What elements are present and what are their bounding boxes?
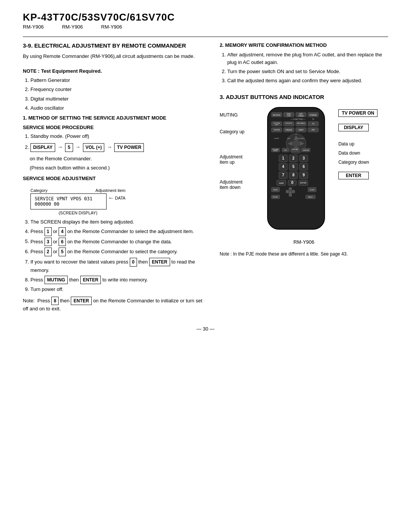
btn-8[interactable]: 8 xyxy=(51,297,59,305)
svg-text:1: 1 xyxy=(282,156,284,160)
procedure-step-1: Standby mode. (Power off) xyxy=(30,133,208,140)
btn-5[interactable]: 5 xyxy=(59,248,66,256)
section3-title: 3. ADJUST BUTTONS AND INDICATOR xyxy=(220,94,388,100)
section2-step-2: Turn the power switch ON and set to Serv… xyxy=(227,68,388,75)
screen-line1: SERVICE VPNT VPOS 031 xyxy=(35,196,101,201)
svg-text:SAT/CABLE: SAT/CABLE xyxy=(297,122,305,124)
label-adj-item-down: Adjustment item down xyxy=(220,179,254,190)
adjustment-steps: The SCREEN displays the item being adjus… xyxy=(23,218,208,294)
procedure-note1: on the Remote Commander. xyxy=(30,155,208,163)
btn-4[interactable]: 4 xyxy=(59,227,66,236)
svg-text:3: 3 xyxy=(303,156,305,160)
svg-text:5: 5 xyxy=(292,165,295,169)
remote-control-image: MUTING DVD/ VTR SAT/ CABLE POWER TV — FU… xyxy=(256,105,336,236)
note-8-enter: Note: Press 8 then ENTER on the Remote C… xyxy=(23,297,208,313)
svg-text:+: + xyxy=(290,191,291,193)
enter-btn-2[interactable]: ENTER xyxy=(80,276,101,284)
page-number: — 30 — xyxy=(23,326,388,332)
note-item-4: Audio oscillator xyxy=(30,104,208,112)
service-mode-title: SERVICE MODE PROCEDURE xyxy=(23,125,208,130)
svg-text:MENU: MENU xyxy=(308,196,313,198)
svg-text:4: 4 xyxy=(282,165,284,169)
model-2: RM-Y906 xyxy=(62,24,83,30)
note-items: Pattern Generator Frequency counter Digi… xyxy=(23,77,208,112)
svg-text:SLEEP: SLEEP xyxy=(274,137,279,139)
service-procedure-list: Standby mode. (Power off) DISPLAY → 5 → … xyxy=(23,133,208,152)
svg-text:VOL: VOL xyxy=(284,149,287,151)
section3-note: Note : In the PJE mode these are differe… xyxy=(220,251,388,258)
note-item-1: Pattern Generator xyxy=(30,77,208,84)
svg-point-35 xyxy=(292,140,300,147)
svg-text:TV: TV xyxy=(312,118,315,120)
procedure-note2: (Press each button within a second.) xyxy=(30,164,208,172)
remote-right-labels: TV POWER ON DISPLAY Data up Data down Ca… xyxy=(338,105,378,179)
label-data-down: Data down xyxy=(338,150,378,156)
adj-step-9: Turn power off. xyxy=(30,286,208,293)
label-data-up: Data up xyxy=(338,141,378,147)
svg-text:ANT: ANT xyxy=(287,137,291,139)
section-39-intro: By using Remote Commander (RM-Y906),all … xyxy=(23,53,208,60)
left-column: 3-9. ELECTRICAL ADJUSTMENT BY REMOTE COM… xyxy=(23,42,208,315)
note-item-2: Frequency counter xyxy=(30,86,208,93)
five-button[interactable]: 5 xyxy=(65,143,73,152)
screen-display-diagram: Category Adjustment item SERVICE VPNT VP… xyxy=(30,188,126,215)
header: KP-43T70C/53SV70C/61SV70C RM-Y906 RM-Y90… xyxy=(23,11,388,30)
svg-text:7: 7 xyxy=(282,173,284,177)
note-title: NOTE : Test Equipment Required. xyxy=(23,67,208,75)
btn-3[interactable]: 3 xyxy=(45,238,52,246)
adj-step-8: Press MUTING then ENTER to write into me… xyxy=(30,276,208,284)
arrow-2: → xyxy=(75,143,81,152)
page-title: KP-43T70C/53SV70C/61SV70C xyxy=(23,11,388,23)
enter-box: ENTER xyxy=(338,172,369,179)
svg-text:PIP: PIP xyxy=(312,129,315,131)
svg-text:FREEZE: FREEZE xyxy=(285,129,292,131)
svg-text:VTR: VTR xyxy=(287,115,291,117)
svg-text:DISPLAY: DISPLAY xyxy=(303,149,309,151)
display-button[interactable]: DISPLAY xyxy=(30,143,55,152)
remote-caption: RM-Y906 xyxy=(220,238,388,246)
diagram-category-label: Category xyxy=(30,188,48,193)
svg-text:DVD/VTR: DVD/VTR xyxy=(285,122,292,124)
svg-text:0: 0 xyxy=(291,181,293,185)
svg-text:9: 9 xyxy=(303,173,305,177)
muting-btn[interactable]: MUTING xyxy=(45,276,68,284)
svg-text:POWER: POWER xyxy=(310,114,317,116)
remote-left-labels: MUTING Category up Adjustment item up Ad… xyxy=(220,105,254,190)
label-enter: ENTER xyxy=(338,172,378,179)
label-display: DISPLAY xyxy=(338,124,378,131)
label-category-up: Category up xyxy=(220,129,254,134)
svg-text:TV: TV xyxy=(312,123,315,125)
svg-text:— FUNCTION —: — FUNCTION — xyxy=(291,118,306,120)
adj-step-5: Press 3 or 6 on the Remote Commander to … xyxy=(30,238,208,246)
section2-title: 2. MEMORY WRITE CONFIRMATION METHOD xyxy=(220,42,388,48)
svg-text:JUMP: JUMP xyxy=(279,182,284,184)
svg-text:TV/VIDEO: TV/VIDEO xyxy=(298,137,305,139)
svg-text:RESET: RESET xyxy=(273,196,278,198)
vol-plus-button[interactable]: VOL (+) xyxy=(83,143,105,152)
enter-btn[interactable]: ENTER xyxy=(149,258,170,267)
svg-text:MUTING: MUTING xyxy=(273,114,280,116)
btn-1[interactable]: 1 xyxy=(45,227,52,236)
model-1: RM-Y906 xyxy=(23,24,44,30)
btn-6[interactable]: 6 xyxy=(59,238,66,246)
adj-step-4: Press 1 or 4 on the Remote Commander to … xyxy=(30,227,208,236)
adj-step-6: Press 2 or 5 on the Remote Commander to … xyxy=(30,248,208,256)
btn-2[interactable]: 2 xyxy=(45,248,52,256)
svg-text:OFF: OFF xyxy=(275,124,279,126)
header-divider xyxy=(23,37,388,37)
label-category-down: Category down xyxy=(338,160,378,165)
method-title: 1. METHOD OF SETTING THE SERVICE ADJUSTM… xyxy=(23,115,208,121)
label-tv-power-on: TV POWER ON xyxy=(338,109,378,117)
display-box: DISPLAY xyxy=(338,124,369,131)
enter-btn-3[interactable]: ENTER xyxy=(71,297,92,305)
note-item-3: Digital multimeter xyxy=(30,95,208,103)
btn-0[interactable]: 0 xyxy=(130,258,137,267)
svg-text:2: 2 xyxy=(292,156,295,160)
screen-display-caption: (SCREEN DISPLAY) xyxy=(30,211,126,215)
svg-text:TV/VTR: TV/VTR xyxy=(274,129,280,131)
svg-text:GUIDE: GUIDE xyxy=(310,189,315,191)
tv-power-button[interactable]: TV POWER xyxy=(114,143,144,152)
svg-text:SWAP: SWAP xyxy=(299,129,304,131)
section2-step-1: After adjustment, remove the plug from A… xyxy=(227,51,388,66)
main-content: 3-9. ELECTRICAL ADJUSTMENT BY REMOTE COM… xyxy=(23,42,388,315)
